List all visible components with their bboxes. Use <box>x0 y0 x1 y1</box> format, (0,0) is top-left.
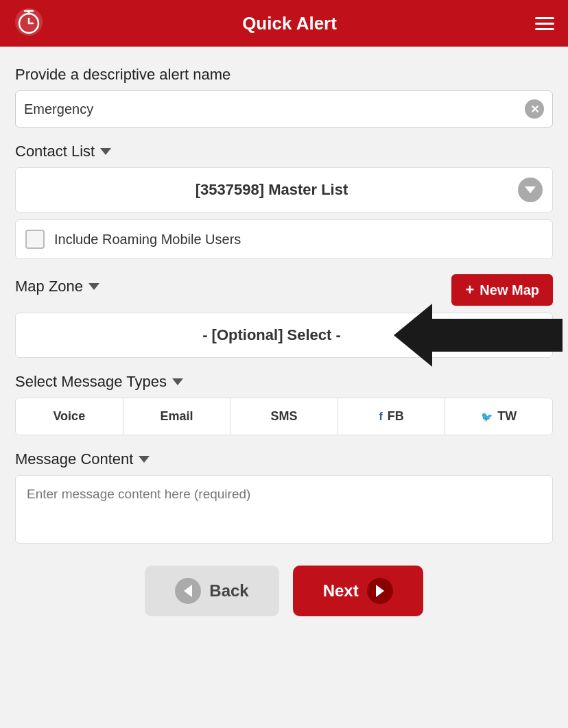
header-logo <box>14 7 44 40</box>
bottom-buttons: Back Next <box>15 566 553 630</box>
voice-button[interactable]: Voice <box>16 398 123 435</box>
optional-select-text: - [Optional] Select - <box>25 326 518 344</box>
back-circle-icon <box>175 578 201 604</box>
message-content-textarea[interactable] <box>15 475 553 544</box>
map-zone-header: Map Zone + New Map <box>15 274 553 306</box>
contact-list-dropdown-arrow <box>100 148 111 155</box>
email-button[interactable]: Email <box>123 398 231 435</box>
message-types-dropdown-arrow <box>172 378 183 385</box>
main-content: Provide a descriptive alert name ✕ Conta… <box>0 47 568 644</box>
next-chevron-icon <box>376 585 384 597</box>
contact-list-label: Contact List <box>15 143 553 160</box>
master-list-dropdown[interactable]: [3537598] Master List <box>15 167 553 213</box>
next-circle-icon <box>367 578 393 604</box>
clear-icon: ✕ <box>525 99 544 119</box>
clear-alert-name-button[interactable]: ✕ <box>525 99 544 119</box>
map-zone-dropdown-arrow <box>88 283 99 290</box>
header-title: Quick Alert <box>242 13 337 34</box>
roaming-label: Include Roaming Mobile Users <box>54 232 241 247</box>
tw-button[interactable]: 🐦 TW <box>445 398 552 435</box>
back-button[interactable]: Back <box>145 566 279 616</box>
message-content-dropdown-arrow <box>139 456 150 463</box>
facebook-icon: f <box>379 411 382 422</box>
message-content-label: Message Content <box>15 450 553 468</box>
optional-select-dropdown[interactable]: - [Optional] Select - <box>15 313 553 358</box>
twitter-icon: 🐦 <box>481 411 493 422</box>
message-types-row: Voice Email SMS f FB 🐦 TW <box>15 398 553 435</box>
down-arrow-icon <box>525 186 536 193</box>
optional-select-container: - [Optional] Select - <box>15 313 553 358</box>
plus-icon: + <box>465 281 474 299</box>
master-list-down-arrow[interactable] <box>518 178 543 202</box>
new-map-button[interactable]: + New Map <box>451 274 553 306</box>
alert-name-label: Provide a descriptive alert name <box>15 66 553 84</box>
roaming-checkbox[interactable] <box>25 230 45 249</box>
map-zone-label: Map Zone <box>15 278 99 295</box>
app-header: Quick Alert <box>0 0 568 47</box>
optional-select-down-arrow <box>518 323 543 348</box>
roaming-row: Include Roaming Mobile Users <box>15 219 553 259</box>
alert-name-input[interactable] <box>24 101 525 117</box>
alert-name-input-row: ✕ <box>15 90 553 128</box>
hamburger-menu-button[interactable] <box>535 17 554 30</box>
master-list-text: [3537598] Master List <box>25 181 518 199</box>
optional-down-icon <box>525 332 536 339</box>
back-chevron-icon <box>184 585 192 597</box>
message-types-label: Select Message Types <box>15 373 553 391</box>
fb-button[interactable]: f FB <box>338 398 446 435</box>
next-button[interactable]: Next <box>293 566 423 616</box>
sms-button[interactable]: SMS <box>230 398 338 435</box>
